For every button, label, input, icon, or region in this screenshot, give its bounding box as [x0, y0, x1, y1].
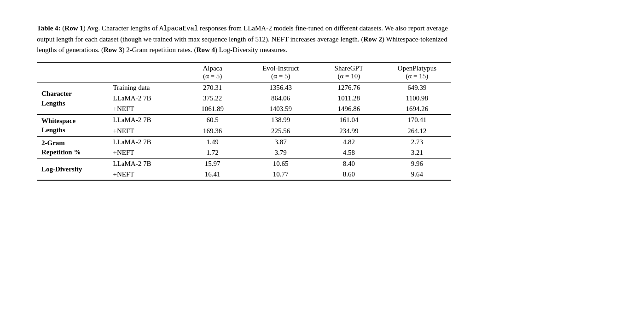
section-row-header: 2-GramRepetition % [37, 136, 110, 159]
openplatypus-line2: (α = 15) [406, 72, 429, 80]
sharegpt-line1: ShareGPT [335, 65, 364, 72]
alpaca-line2: (α = 5) [203, 72, 222, 80]
table-row: 2-GramRepetition %LLaMA-2 7B1.493.874.82… [37, 136, 451, 147]
row4-label: Row 4 [197, 46, 215, 53]
sub-label-cell: +NEFT [110, 169, 178, 180]
sub-label-cell: LLaMA-2 7B [110, 93, 178, 104]
row3-label: Row 3 [104, 46, 122, 53]
sub-label-cell: +NEFT [110, 104, 178, 115]
caption-row1-text: Avg. Character lengths of [86, 24, 160, 32]
data-cell-alpaca: 1.49 [179, 136, 247, 147]
sub-label-cell: Training data [110, 82, 178, 94]
table-row: WhitespaceLengthsLLaMA-2 7B60.5138.99161… [37, 115, 451, 126]
data-cell-evol: 1356.43 [247, 82, 315, 94]
section-row-header: WhitespaceLengths [37, 115, 110, 137]
data-cell-sharegpt: 1496.86 [315, 104, 383, 115]
data-cell-openplatypus: 1100.98 [383, 93, 451, 104]
evol-line2: (α = 5) [271, 72, 290, 80]
sub-label-cell: +NEFT [110, 125, 178, 136]
data-cell-sharegpt: 1011.28 [315, 93, 383, 104]
section-row-header: Log-Diversity [37, 159, 110, 181]
alpacaeval-code: AlpacaEval [159, 25, 198, 32]
table-row: Log-DiversityLLaMA-2 7B15.9710.658.409.9… [37, 159, 451, 170]
header-col2 [110, 62, 178, 82]
openplatypus-line1: OpenPlatypus [398, 65, 436, 72]
header-row-1: Alpaca (α = 5) Evol-Instruct (α = 5) Sha… [37, 62, 451, 82]
data-cell-evol: 225.56 [247, 125, 315, 136]
page-container: Table 4: (Row 1) Avg. Character lengths … [9, 9, 635, 194]
caption-row4-text: Log-Diversity measures. [217, 46, 287, 53]
data-cell-openplatypus: 649.39 [383, 82, 451, 94]
data-cell-openplatypus: 170.41 [383, 115, 451, 126]
data-cell-sharegpt: 161.04 [315, 115, 383, 126]
data-cell-sharegpt: 8.40 [315, 159, 383, 170]
sub-label-cell: +NEFT [110, 147, 178, 159]
data-cell-sharegpt: 4.82 [315, 136, 383, 147]
data-cell-alpaca: 375.22 [179, 93, 247, 104]
section-row-header: CharacterLengths [37, 82, 110, 115]
data-cell-evol: 10.65 [247, 159, 315, 170]
data-cell-evol: 3.87 [247, 136, 315, 147]
data-cell-openplatypus: 264.12 [383, 125, 451, 136]
table-row: CharacterLengthsTraining data270.311356.… [37, 82, 451, 94]
header-openplatypus: OpenPlatypus (α = 15) [383, 62, 451, 82]
data-cell-alpaca: 169.36 [179, 125, 247, 136]
data-cell-evol: 138.99 [247, 115, 315, 126]
data-cell-alpaca: 16.41 [179, 169, 247, 180]
caption-row3-text: 2-Gram repetition rates. [124, 46, 194, 53]
sub-label-cell: LLaMA-2 7B [110, 115, 178, 126]
data-cell-openplatypus: 1694.26 [383, 104, 451, 115]
data-cell-sharegpt: 4.58 [315, 147, 383, 159]
table-number: Table 4: [37, 24, 61, 32]
data-table: Alpaca (α = 5) Evol-Instruct (α = 5) Sha… [37, 62, 451, 181]
sub-label-cell: LLaMA-2 7B [110, 159, 178, 170]
sharegpt-line2: (α = 10) [337, 72, 360, 80]
header-evol: Evol-Instruct (α = 5) [247, 62, 315, 82]
data-cell-alpaca: 15.97 [179, 159, 247, 170]
row1-label: Row 1 [64, 24, 83, 32]
data-cell-evol: 864.06 [247, 93, 315, 104]
alpaca-line1: Alpaca [203, 65, 222, 72]
data-cell-sharegpt: 8.60 [315, 169, 383, 180]
row2-label: Row 2 [364, 35, 382, 43]
data-cell-evol: 1403.59 [247, 104, 315, 115]
sub-label-cell: LLaMA-2 7B [110, 136, 178, 147]
data-cell-openplatypus: 9.96 [383, 159, 451, 170]
data-cell-openplatypus: 2.73 [383, 136, 451, 147]
data-cell-alpaca: 270.31 [179, 82, 247, 94]
data-cell-evol: 10.77 [247, 169, 315, 180]
data-cell-openplatypus: 3.21 [383, 147, 451, 159]
data-cell-sharegpt: 234.99 [315, 125, 383, 136]
data-cell-alpaca: 1061.89 [179, 104, 247, 115]
header-sharegpt: ShareGPT (α = 10) [315, 62, 383, 82]
header-alpaca: Alpaca (α = 5) [179, 62, 247, 82]
header-col1 [37, 62, 110, 82]
data-cell-sharegpt: 1276.76 [315, 82, 383, 94]
data-cell-evol: 3.79 [247, 147, 315, 159]
evol-line1: Evol-Instruct [262, 65, 299, 72]
data-cell-alpaca: 60.5 [179, 115, 247, 126]
data-cell-alpaca: 1.72 [179, 147, 247, 159]
data-cell-openplatypus: 9.64 [383, 169, 451, 180]
table-caption: Table 4: (Row 1) Avg. Character lengths … [37, 23, 451, 55]
